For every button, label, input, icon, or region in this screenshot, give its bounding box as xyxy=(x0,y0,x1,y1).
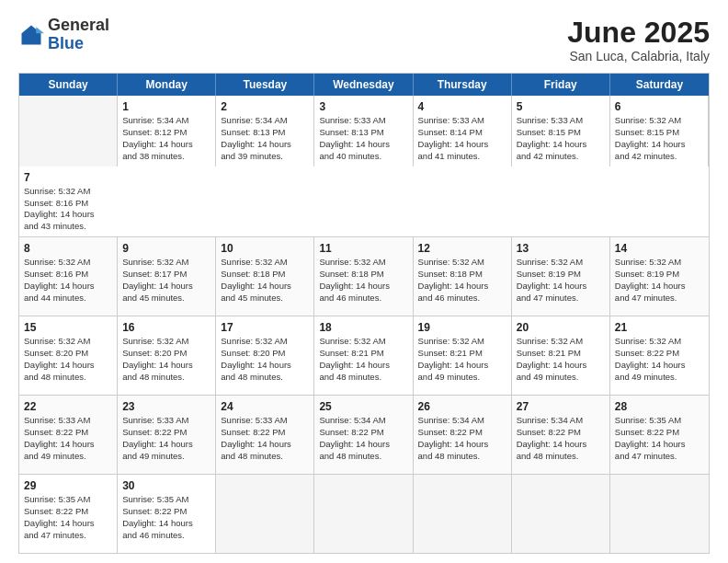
day-info: and 48 minutes. xyxy=(319,372,407,384)
day-info: Daylight: 14 hours xyxy=(221,139,309,151)
day-info: Sunset: 8:13 PM xyxy=(221,127,309,139)
day-info: Sunset: 8:22 PM xyxy=(615,348,704,360)
day-number: 27 xyxy=(517,399,605,414)
table-row: 15Sunrise: 5:32 AMSunset: 8:20 PMDayligh… xyxy=(19,316,118,395)
day-info: Sunset: 8:22 PM xyxy=(122,427,210,439)
day-info: Daylight: 14 hours xyxy=(517,439,605,451)
day-info: Daylight: 14 hours xyxy=(319,281,407,293)
day-info: Daylight: 14 hours xyxy=(319,439,407,451)
day-number: 16 xyxy=(122,320,210,335)
day-info: Sunrise: 5:35 AM xyxy=(24,494,112,506)
day-info: Sunset: 8:13 PM xyxy=(319,127,407,139)
table-row: 30Sunrise: 5:35 AMSunset: 8:22 PMDayligh… xyxy=(118,475,216,553)
table-row xyxy=(610,475,709,553)
day-info: Sunrise: 5:32 AM xyxy=(24,336,112,348)
day-info: Daylight: 14 hours xyxy=(418,360,506,372)
day-info: Sunset: 8:15 PM xyxy=(517,127,605,139)
header-tuesday: Tuesday xyxy=(216,74,314,96)
day-info: Sunset: 8:19 PM xyxy=(615,269,704,281)
table-row: 10Sunrise: 5:32 AMSunset: 8:18 PMDayligh… xyxy=(216,237,314,316)
day-number: 24 xyxy=(221,399,309,414)
header-thursday: Thursday xyxy=(414,74,512,96)
table-row: 5Sunrise: 5:33 AMSunset: 8:15 PMDaylight… xyxy=(512,96,610,166)
svg-marker-1 xyxy=(36,27,44,33)
day-info: Daylight: 14 hours xyxy=(221,439,309,451)
day-info: and 44 minutes. xyxy=(24,293,112,304)
calendar-row: 29Sunrise: 5:35 AMSunset: 8:22 PMDayligh… xyxy=(19,474,709,553)
day-info: and 49 minutes. xyxy=(418,372,506,384)
day-info: Sunrise: 5:33 AM xyxy=(24,415,112,427)
day-number: 28 xyxy=(615,399,704,414)
table-row: 26Sunrise: 5:34 AMSunset: 8:22 PMDayligh… xyxy=(414,396,512,474)
table-row xyxy=(314,475,413,553)
day-info: Sunset: 8:21 PM xyxy=(517,348,605,360)
day-info: Daylight: 14 hours xyxy=(221,281,309,293)
day-info: and 38 minutes. xyxy=(122,151,210,163)
day-info: Sunrise: 5:33 AM xyxy=(418,115,506,127)
day-info: Sunrise: 5:32 AM xyxy=(418,257,506,269)
day-info: Daylight: 14 hours xyxy=(319,360,407,372)
day-number: 7 xyxy=(24,170,113,185)
day-info: Sunrise: 5:32 AM xyxy=(122,336,210,348)
day-info: and 49 minutes. xyxy=(122,451,210,463)
day-info: Sunset: 8:19 PM xyxy=(517,269,605,281)
day-info: Sunrise: 5:32 AM xyxy=(319,257,407,269)
table-row: 9Sunrise: 5:32 AMSunset: 8:17 PMDaylight… xyxy=(118,237,216,316)
day-number: 22 xyxy=(24,399,112,414)
day-info: Daylight: 14 hours xyxy=(221,360,309,372)
day-info: Sunrise: 5:34 AM xyxy=(319,415,407,427)
table-row: 18Sunrise: 5:32 AMSunset: 8:21 PMDayligh… xyxy=(314,316,413,395)
day-info: Sunrise: 5:35 AM xyxy=(615,415,704,427)
day-info: and 42 minutes. xyxy=(517,151,605,163)
day-info: Sunrise: 5:33 AM xyxy=(319,115,407,127)
day-info: and 48 minutes. xyxy=(122,372,210,384)
day-info: and 40 minutes. xyxy=(319,151,407,163)
day-number: 17 xyxy=(221,320,309,335)
day-number: 15 xyxy=(24,320,112,335)
header-saturday: Saturday xyxy=(610,74,709,96)
day-number: 3 xyxy=(319,99,407,114)
title-block: June 2025 San Luca, Calabria, Italy xyxy=(567,17,710,63)
day-info: and 46 minutes. xyxy=(319,293,407,304)
day-info: Sunrise: 5:32 AM xyxy=(615,336,704,348)
day-info: Sunset: 8:12 PM xyxy=(122,127,210,139)
logo-text: General Blue xyxy=(48,17,109,53)
table-row xyxy=(216,475,314,553)
table-row: 25Sunrise: 5:34 AMSunset: 8:22 PMDayligh… xyxy=(314,396,413,474)
day-info: Sunrise: 5:34 AM xyxy=(221,115,309,127)
day-info: and 48 minutes. xyxy=(418,451,506,463)
table-row: 11Sunrise: 5:32 AMSunset: 8:18 PMDayligh… xyxy=(314,237,413,316)
day-number: 10 xyxy=(221,241,309,256)
day-info: Daylight: 14 hours xyxy=(122,281,210,293)
day-info: Sunrise: 5:34 AM xyxy=(517,415,605,427)
table-row: 24Sunrise: 5:33 AMSunset: 8:22 PMDayligh… xyxy=(216,396,314,474)
day-info: Daylight: 14 hours xyxy=(24,439,112,451)
header-wednesday: Wednesday xyxy=(314,74,413,96)
day-info: and 49 minutes. xyxy=(517,372,605,384)
day-info: Sunset: 8:20 PM xyxy=(24,348,112,360)
table-row: 29Sunrise: 5:35 AMSunset: 8:22 PMDayligh… xyxy=(19,475,118,553)
day-number: 30 xyxy=(122,478,210,493)
calendar-row: 1Sunrise: 5:34 AMSunset: 8:12 PMDaylight… xyxy=(19,96,709,236)
table-row: 28Sunrise: 5:35 AMSunset: 8:22 PMDayligh… xyxy=(610,396,709,474)
day-info: Sunrise: 5:32 AM xyxy=(615,115,703,127)
day-info: Sunset: 8:17 PM xyxy=(122,269,210,281)
day-number: 14 xyxy=(615,241,704,256)
day-info: Daylight: 14 hours xyxy=(122,360,210,372)
day-info: Daylight: 14 hours xyxy=(418,281,506,293)
calendar-header: Sunday Monday Tuesday Wednesday Thursday… xyxy=(19,74,709,96)
day-info: Daylight: 14 hours xyxy=(122,518,210,530)
day-info: Sunset: 8:16 PM xyxy=(24,198,113,210)
day-info: Sunrise: 5:34 AM xyxy=(122,115,210,127)
day-info: Daylight: 14 hours xyxy=(122,139,210,151)
day-info: Sunrise: 5:32 AM xyxy=(122,257,210,269)
day-info: and 48 minutes. xyxy=(24,372,112,384)
day-info: Sunrise: 5:35 AM xyxy=(122,494,210,506)
day-info: Sunrise: 5:33 AM xyxy=(221,415,309,427)
day-info: Sunrise: 5:32 AM xyxy=(24,257,112,269)
day-number: 25 xyxy=(319,399,407,414)
day-number: 11 xyxy=(319,241,407,256)
day-number: 2 xyxy=(221,99,309,114)
day-info: Daylight: 14 hours xyxy=(615,139,703,151)
day-info: and 49 minutes. xyxy=(615,372,704,384)
